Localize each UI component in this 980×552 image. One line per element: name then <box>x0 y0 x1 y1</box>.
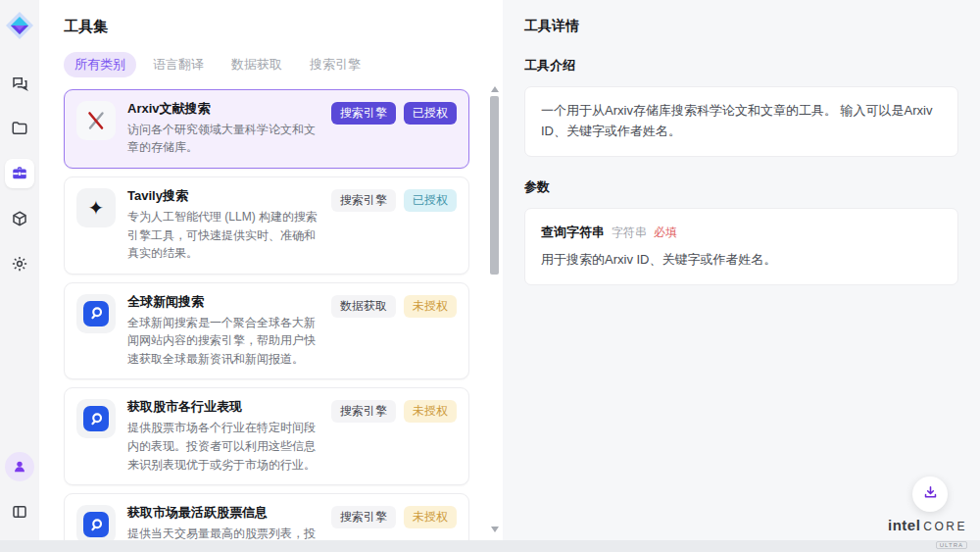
tab-1[interactable]: 语言翻译 <box>142 52 215 77</box>
category-badge: 搜索引擎 <box>331 189 396 212</box>
tool-card[interactable]: 全球新闻搜索 全球新闻搜索是一个聚合全球各大新闻网站内容的搜索引擎，帮助用户快速… <box>64 282 469 380</box>
tools-panel-title: 工具集 <box>64 18 503 36</box>
brand-primary: intel <box>888 517 920 533</box>
rail-files-button[interactable] <box>5 114 34 143</box>
param-description: 用于搜索的Arxiv ID、关键字或作者姓名。 <box>541 250 942 271</box>
details-panel: 工具详情 工具介绍 一个用于从Arxiv存储库搜索科学论文和文章的工具。 输入可… <box>503 0 980 540</box>
intel-core-logo: intel core ULTRA <box>888 517 967 551</box>
param-header: 查询字符串 字符串 必填 <box>541 223 942 243</box>
rail-settings-button[interactable] <box>5 249 34 278</box>
auth-status-badge: 已授权 <box>404 102 457 125</box>
auth-status-badge: 已授权 <box>404 189 457 212</box>
download-button[interactable] <box>912 477 948 512</box>
brand-badge: ULTRA <box>936 541 967 549</box>
download-icon <box>922 484 939 505</box>
category-tabs: 所有类别语言翻译数据获取搜索引擎 <box>64 52 503 77</box>
rail-chat-button[interactable] <box>5 69 34 98</box>
left-rail <box>0 0 39 540</box>
tool-card-description: 全球新闻搜索是一个聚合全球各大新闻网站内容的搜索引擎，帮助用户快速获取全球最新资… <box>127 314 319 369</box>
category-badge: 搜索引擎 <box>331 400 396 423</box>
rail-user-button[interactable] <box>5 452 34 481</box>
arxiv-icon <box>76 101 116 140</box>
param-required-flag: 必填 <box>654 224 677 242</box>
scroll-down-arrow-icon[interactable] <box>491 527 499 532</box>
split-view-icon <box>11 503 28 521</box>
intro-heading: 工具介绍 <box>524 57 958 75</box>
tool-card[interactable]: 获取股市各行业表现 提供股票市场各个行业在特定时间段内的表现。投资者可以利用这些… <box>64 387 469 485</box>
tool-card[interactable]: ✦ Tavily搜索 专为人工智能代理 (LLM) 构建的搜索引擎工具，可快速提… <box>64 176 469 275</box>
app-logo-icon <box>4 10 35 41</box>
param-name: 查询字符串 <box>541 223 605 243</box>
category-badge: 数据获取 <box>331 295 396 318</box>
tool-card-title: 获取股市各行业表现 <box>127 399 319 416</box>
category-badge: 搜索引擎 <box>331 102 396 125</box>
tab-0[interactable]: 所有类别 <box>64 52 136 77</box>
param-type: 字符串 <box>612 224 647 242</box>
auth-status-badge: 未授权 <box>404 400 457 423</box>
tab-3[interactable]: 搜索引擎 <box>299 52 371 77</box>
toolbox-icon <box>11 165 28 182</box>
auth-status-badge: 未授权 <box>404 506 457 528</box>
tool-card-description: 专为人工智能代理 (LLM) 构建的搜索引擎工具，可快速提供实时、准确和真实的结… <box>127 208 319 263</box>
star-icon: ✦ <box>76 188 116 227</box>
tool-card-title: Arxiv文献搜索 <box>127 101 319 118</box>
details-title: 工具详情 <box>524 18 958 35</box>
folder-icon <box>11 120 28 137</box>
scroll-up-arrow-icon[interactable] <box>491 86 499 92</box>
tool-card-description: 提供股票市场各个行业在特定时间段内的表现。投资者可以利用这些信息来识别表现优于或… <box>127 419 319 474</box>
tool-card[interactable]: 获取市场最活跃股票信息 提供当天交易量最高的股票列表，投资者可以利用这些信息来识… <box>64 493 469 540</box>
brand-secondary: core <box>923 520 967 533</box>
app-window: 工具集 所有类别语言翻译数据获取搜索引擎 Arxiv文献搜索 访问各个研究领域大… <box>0 0 980 540</box>
tool-card-title: 全球新闻搜索 <box>127 294 319 311</box>
rail-toolbox-button[interactable] <box>5 159 34 188</box>
qblue-icon <box>76 294 116 333</box>
auth-status-badge: 未授权 <box>404 295 457 318</box>
tool-card-description: 访问各个研究领域大量科学论文和文章的存储库。 <box>127 121 319 157</box>
tab-2[interactable]: 数据获取 <box>220 52 293 77</box>
list-scrollbar[interactable] <box>490 86 500 532</box>
params-heading: 参数 <box>524 178 958 196</box>
gear-icon <box>11 255 28 273</box>
user-icon <box>12 459 27 475</box>
rail-split-view-button[interactable] <box>5 497 34 527</box>
rail-packages-button[interactable] <box>5 204 34 233</box>
tool-card-title: Tavily搜索 <box>127 188 319 205</box>
intro-text: 一个用于从Arxiv存储库搜索科学论文和文章的工具。 输入可以是Arxiv ID… <box>541 103 932 138</box>
param-box: 查询字符串 字符串 必填 用于搜索的Arxiv ID、关键字或作者姓名。 <box>524 208 958 286</box>
category-badge: 搜索引擎 <box>331 506 396 528</box>
tool-card-description: 提供当天交易量最高的股票列表，投资者可以利用这些信息来识别流动性强的股票和潜在的… <box>127 525 319 540</box>
tool-card-list: Arxiv文献搜索 访问各个研究领域大量科学论文和文章的存储库。 搜索引擎 已授… <box>64 89 469 540</box>
cube-icon <box>11 210 28 227</box>
tool-card[interactable]: Arxiv文献搜索 访问各个研究领域大量科学论文和文章的存储库。 搜索引擎 已授… <box>64 89 469 169</box>
tools-panel: 工具集 所有类别语言翻译数据获取搜索引擎 Arxiv文献搜索 访问各个研究领域大… <box>39 0 503 540</box>
tool-card-title: 获取市场最活跃股票信息 <box>127 505 319 522</box>
qblue-icon <box>76 399 116 438</box>
intro-box: 一个用于从Arxiv存储库搜索科学论文和文章的工具。 输入可以是Arxiv ID… <box>524 86 958 157</box>
chat-icon <box>11 75 28 92</box>
qblue-icon <box>76 505 116 540</box>
scrollbar-thumb[interactable] <box>490 96 499 275</box>
